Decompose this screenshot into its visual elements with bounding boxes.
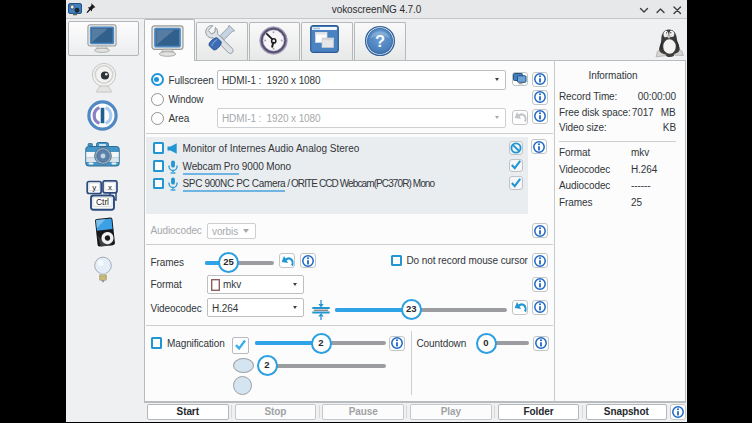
svg-text:x: x <box>108 183 112 192</box>
svg-text:y: y <box>92 183 96 192</box>
svg-text:?: ? <box>375 32 385 50</box>
svg-text:Ctrl: Ctrl <box>96 197 109 207</box>
